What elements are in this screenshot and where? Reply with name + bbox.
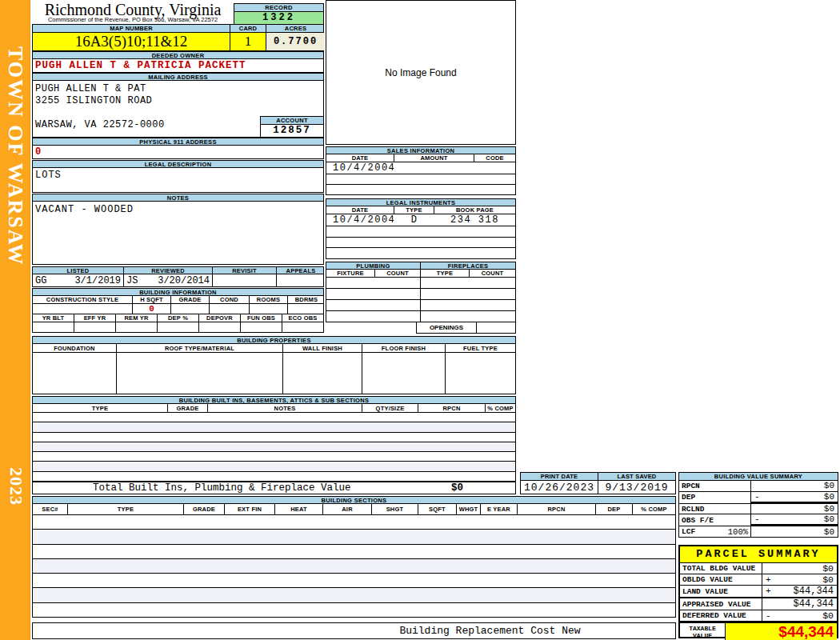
deferred-value: $0 [822,610,834,621]
fireplace-type-label: TYPE [421,270,470,277]
parcel-row: APPRAISED VALUE $44,344 [680,598,837,610]
sales-row [326,185,515,194]
listed-date: 3/1/2019 [74,275,121,286]
plumbing-row [326,311,420,322]
property-record-card: TOWN OF WARSAW 2023 Richmond County, Vir… [0,0,840,640]
parcel-summary-title: PARCEL SUMMARY [680,546,837,563]
construction-style-label: CONSTRUCTION STYLE [33,296,133,303]
built-ins-row [33,472,515,481]
yrblt-value [33,322,74,332]
built-ins-total-row: Total Built Ins, Plumbing & Fireplace Va… [32,482,516,494]
taxable-value: $44,344 [778,623,834,640]
built-ins-row [33,462,515,471]
sec-rpcn-label: RPCN [518,504,596,514]
remyr-label: REM YR [116,314,158,322]
sales-code-label: CODE [474,154,515,162]
record-label: RECORD [234,3,324,12]
parcel-op: + [766,575,771,585]
bi-type-label: TYPE [33,404,168,412]
bvs-row: OBS F/E -$0 [679,514,838,526]
listed-by: GG [35,275,46,286]
property-image-panel: No Image Found [326,0,516,145]
sales-row [326,174,515,185]
obldg-label: OBLDG VALUE [682,575,733,584]
fuel-type-value [446,353,515,394]
building-value-summary-table: RPCN $0 DEP -$0 RCLND $0 OBS F/E -$0 LCF… [678,481,838,538]
built-ins-title: BUILDING BUILT INS, BASEMENTS, ATTICS & … [32,396,516,404]
map-number-label: MAP NUMBER [33,25,230,32]
legal-instruments-rows: 10/4/2004 D 234 318 [326,214,516,259]
review-header-row: LISTED REVIEWED REVISIT APPEALS [32,266,324,274]
mailing-address-label: MAILING ADDRESS [32,73,324,81]
print-info-values: 10/26/2023 9/13/2019 [520,481,676,494]
bvs-row: LCF100% $0 [679,526,838,537]
effyr-label: EFF YR [74,314,116,322]
fireplace-row [421,278,515,289]
physical-address-label: PHYSICAL 911 ADDRESS [32,138,324,146]
cond-label: COND [210,296,250,303]
fireplace-count-label: COUNT [470,270,515,277]
fixture-label: FIXTURE [326,270,375,277]
record-box: RECORD 1322 [234,3,324,25]
reviewed-value: JS 3/20/2014 [124,274,213,286]
deeded-owner-label: DEEDED OWNER [32,51,324,59]
mailing-line: 3255 ISLINGTON ROAD [35,95,323,107]
fireplaces-title: FIREPLACES [421,262,516,270]
taxable-label: TAXABLE VALUE [680,623,726,640]
legal-instrument-row [326,238,515,249]
parcel-row: LAND VALUE +$44,344 [680,586,837,598]
sales-rows: 10/4/2004 [326,162,516,195]
bvs-obsfe-value: $0 [824,514,834,524]
bvs-rclnd-value: $0 [824,504,834,514]
commissioner-line: Commissioner of the Revenue, PO Box 366,… [32,16,234,23]
fireplaces-header: TYPE COUNT [421,270,516,278]
bvs-rpcn-value: $0 [824,481,834,490]
plumbing-title: PLUMBING [326,262,421,270]
building-info-values1: 0 [32,304,324,314]
last-saved-label: LAST SAVED [598,473,675,480]
sec-whgt-label: WHGT [457,504,481,514]
li-bookpage-label: BOOK PAGE [434,206,515,214]
print-date-value: 10/26/2023 [521,481,598,494]
listed-label: LISTED [33,267,124,274]
replacement-cost-row: Building Replacement Cost New [32,622,676,639]
fireplace-row [421,289,515,300]
roof-type-value [117,353,283,394]
account-box: ACCOUNT 12857 [260,116,324,138]
building-properties-values [32,353,516,394]
plumbing-table: PLUMBING FIXTURE COUNT [326,262,421,322]
sec-sqft-label: SQFT [418,504,457,514]
obldg-value: $0 [822,574,834,585]
plumbing-count-label: COUNT [375,270,420,277]
total-bldg-label: TOTAL BLDG VALUE [682,564,755,573]
building-sections-rows [32,515,676,618]
building-section-row [33,515,675,530]
parcel-op: - [766,611,771,621]
reviewed-label: REVIEWED [124,267,213,274]
building-info-header1: CONSTRUCTION STYLE H SQFT GRADE COND ROO… [32,296,324,304]
map-number-value: 16A3(5)10;11&12 [33,33,230,50]
fireplace-row [421,300,515,311]
sec-type-label: TYPE [68,504,184,514]
land-value: $44,344 [794,586,834,597]
yrblt-label: YR BLT [33,314,74,322]
bvs-dep-value: $0 [824,492,834,502]
bvs-rpcn-label: RPCN [682,482,700,490]
record-value: 1322 [234,12,324,25]
built-ins-total-label: Total Built Ins, Plumbing & Fireplace Va… [93,482,351,494]
deppct-value [158,322,199,332]
building-section-row [33,530,675,544]
building-section-row [33,559,675,574]
cond-value [210,304,250,314]
building-section-row [33,588,675,602]
bvs-rclnd-label: RCLND [682,505,705,514]
fireplaces-table: FIREPLACES TYPE COUNT [421,262,516,322]
foundation-label: FOUNDATION [33,344,117,352]
physical-address-value: 0 [32,146,324,159]
sec-air-label: AIR [323,504,372,514]
bvs-row: RCLND $0 [679,504,838,515]
account-value: 12857 [260,125,324,138]
print-info-header: PRINT DATE LAST SAVED [520,472,676,481]
li-bookpage-value: 234 318 [434,214,515,226]
town-of-warsaw-label: TOWN OF WARSAW [3,46,27,266]
